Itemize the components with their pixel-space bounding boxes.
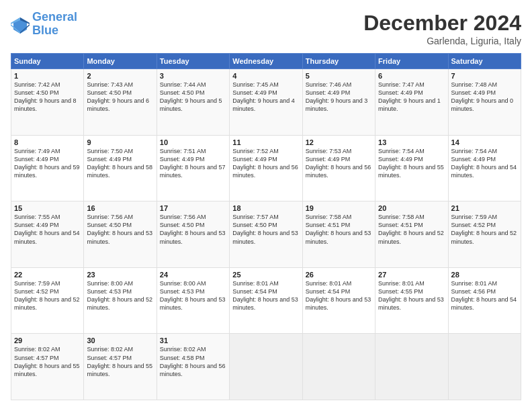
day-number: 3 (160, 72, 226, 80)
day-number: 9 (87, 138, 153, 146)
weekday-monday: Monday (84, 54, 157, 69)
calendar-cell: 8Sunrise: 7:49 AM Sunset: 4:49 PM Daylig… (11, 135, 84, 201)
day-content: Sunrise: 7:57 AM Sunset: 4:50 PM Dayligh… (232, 213, 299, 246)
weekday-tuesday: Tuesday (157, 54, 229, 69)
day-content: Sunrise: 7:58 AM Sunset: 4:51 PM Dayligh… (306, 213, 372, 246)
calendar-row-1: 1Sunrise: 7:42 AM Sunset: 4:50 PM Daylig… (11, 69, 521, 136)
calendar-cell: 20Sunrise: 7:58 AM Sunset: 4:51 PM Dayli… (375, 201, 448, 268)
day-content: Sunrise: 8:02 AM Sunset: 4:58 PM Dayligh… (160, 345, 226, 378)
calendar-cell (375, 334, 448, 400)
logo: General Blue (11, 11, 77, 38)
day-number: 26 (306, 271, 372, 279)
calendar-cell (448, 334, 521, 400)
day-number: 4 (232, 72, 299, 80)
day-content: Sunrise: 7:52 AM Sunset: 4:49 PM Dayligh… (232, 147, 299, 180)
logo-general: General (32, 10, 77, 24)
calendar-cell (302, 334, 375, 400)
day-content: Sunrise: 8:02 AM Sunset: 4:57 PM Dayligh… (14, 345, 81, 378)
day-content: Sunrise: 7:50 AM Sunset: 4:49 PM Dayligh… (87, 147, 153, 180)
day-number: 19 (306, 204, 372, 212)
calendar-cell: 15Sunrise: 7:55 AM Sunset: 4:49 PM Dayli… (11, 201, 84, 268)
day-content: Sunrise: 7:45 AM Sunset: 4:49 PM Dayligh… (232, 81, 299, 113)
calendar-row-4: 22Sunrise: 7:59 AM Sunset: 4:52 PM Dayli… (11, 267, 521, 334)
day-number: 20 (378, 204, 445, 212)
calendar-cell: 9Sunrise: 7:50 AM Sunset: 4:49 PM Daylig… (84, 135, 157, 201)
day-number: 6 (378, 72, 445, 80)
calendar-cell: 18Sunrise: 7:57 AM Sunset: 4:50 PM Dayli… (230, 201, 302, 268)
day-content: Sunrise: 8:01 AM Sunset: 4:54 PM Dayligh… (232, 279, 299, 312)
calendar-table: SundayMondayTuesdayWednesdayThursdayFrid… (11, 53, 521, 400)
day-content: Sunrise: 7:53 AM Sunset: 4:49 PM Dayligh… (306, 147, 372, 180)
logo-text: General Blue (32, 11, 77, 38)
header: General Blue December 2024 Garlenda, Lig… (11, 11, 521, 46)
calendar-cell: 19Sunrise: 7:58 AM Sunset: 4:51 PM Dayli… (302, 201, 375, 268)
day-content: Sunrise: 8:00 AM Sunset: 4:53 PM Dayligh… (87, 279, 153, 312)
calendar-cell: 17Sunrise: 7:56 AM Sunset: 4:50 PM Dayli… (157, 201, 229, 268)
weekday-friday: Friday (375, 54, 448, 69)
day-number: 22 (14, 271, 81, 279)
calendar-cell: 22Sunrise: 7:59 AM Sunset: 4:52 PM Dayli… (11, 267, 84, 334)
day-number: 17 (160, 204, 226, 212)
calendar-cell: 3Sunrise: 7:44 AM Sunset: 4:50 PM Daylig… (157, 69, 229, 136)
calendar-body: 1Sunrise: 7:42 AM Sunset: 4:50 PM Daylig… (11, 69, 521, 400)
day-content: Sunrise: 7:42 AM Sunset: 4:50 PM Dayligh… (14, 81, 81, 113)
calendar-cell: 27Sunrise: 8:01 AM Sunset: 4:55 PM Dayli… (375, 267, 448, 334)
calendar-cell: 1Sunrise: 7:42 AM Sunset: 4:50 PM Daylig… (11, 69, 84, 136)
day-content: Sunrise: 7:43 AM Sunset: 4:50 PM Dayligh… (87, 81, 153, 113)
calendar-cell: 2Sunrise: 7:43 AM Sunset: 4:50 PM Daylig… (84, 69, 157, 136)
day-number: 18 (232, 204, 299, 212)
calendar-cell: 11Sunrise: 7:52 AM Sunset: 4:49 PM Dayli… (230, 135, 302, 201)
day-content: Sunrise: 8:02 AM Sunset: 4:57 PM Dayligh… (87, 345, 153, 378)
day-number: 13 (378, 138, 445, 146)
day-number: 5 (306, 72, 372, 80)
calendar-row-2: 8Sunrise: 7:49 AM Sunset: 4:49 PM Daylig… (11, 135, 521, 201)
calendar-cell: 4Sunrise: 7:45 AM Sunset: 4:49 PM Daylig… (230, 69, 302, 136)
day-number: 21 (451, 204, 518, 212)
day-content: Sunrise: 7:51 AM Sunset: 4:49 PM Dayligh… (160, 147, 226, 180)
day-number: 2 (87, 72, 153, 80)
day-content: Sunrise: 7:54 AM Sunset: 4:49 PM Dayligh… (451, 147, 518, 180)
day-number: 15 (14, 204, 81, 212)
day-number: 14 (451, 138, 518, 146)
day-number: 7 (451, 72, 518, 80)
day-number: 29 (14, 336, 81, 345)
weekday-thursday: Thursday (302, 54, 375, 69)
day-content: Sunrise: 7:55 AM Sunset: 4:49 PM Dayligh… (14, 213, 81, 246)
calendar-cell: 26Sunrise: 8:01 AM Sunset: 4:54 PM Dayli… (302, 267, 375, 334)
day-number: 12 (306, 138, 372, 146)
calendar-cell: 30Sunrise: 8:02 AM Sunset: 4:57 PM Dayli… (84, 334, 157, 400)
calendar-cell: 6Sunrise: 7:47 AM Sunset: 4:49 PM Daylig… (375, 69, 448, 136)
day-number: 30 (87, 336, 153, 345)
calendar-cell: 16Sunrise: 7:56 AM Sunset: 4:50 PM Dayli… (84, 201, 157, 268)
day-number: 11 (232, 138, 299, 146)
day-content: Sunrise: 7:47 AM Sunset: 4:49 PM Dayligh… (378, 81, 445, 113)
calendar-cell: 10Sunrise: 7:51 AM Sunset: 4:49 PM Dayli… (157, 135, 229, 201)
month-title: December 2024 (363, 11, 521, 36)
calendar-cell: 5Sunrise: 7:46 AM Sunset: 4:49 PM Daylig… (302, 69, 375, 136)
day-number: 10 (160, 138, 226, 146)
day-number: 8 (14, 138, 81, 146)
logo-blue: Blue (32, 24, 58, 37)
day-number: 28 (451, 271, 518, 279)
day-content: Sunrise: 8:01 AM Sunset: 4:55 PM Dayligh… (378, 279, 445, 312)
calendar-cell: 21Sunrise: 7:59 AM Sunset: 4:52 PM Dayli… (448, 201, 521, 268)
day-content: Sunrise: 8:00 AM Sunset: 4:53 PM Dayligh… (160, 279, 226, 312)
day-content: Sunrise: 8:01 AM Sunset: 4:54 PM Dayligh… (306, 279, 372, 312)
calendar-cell: 24Sunrise: 8:00 AM Sunset: 4:53 PM Dayli… (157, 267, 229, 334)
calendar-header: SundayMondayTuesdayWednesdayThursdayFrid… (11, 54, 521, 69)
day-content: Sunrise: 7:54 AM Sunset: 4:49 PM Dayligh… (378, 147, 445, 180)
calendar-cell: 31Sunrise: 8:02 AM Sunset: 4:58 PM Dayli… (157, 334, 229, 400)
day-content: Sunrise: 8:01 AM Sunset: 4:56 PM Dayligh… (451, 279, 518, 312)
day-content: Sunrise: 7:56 AM Sunset: 4:50 PM Dayligh… (87, 213, 153, 246)
calendar-cell: 23Sunrise: 8:00 AM Sunset: 4:53 PM Dayli… (84, 267, 157, 334)
calendar-cell: 28Sunrise: 8:01 AM Sunset: 4:56 PM Dayli… (448, 267, 521, 334)
day-content: Sunrise: 7:48 AM Sunset: 4:49 PM Dayligh… (451, 81, 518, 113)
weekday-saturday: Saturday (448, 54, 521, 69)
location-subtitle: Garlenda, Liguria, Italy (363, 36, 521, 46)
day-content: Sunrise: 7:44 AM Sunset: 4:50 PM Dayligh… (160, 81, 226, 113)
calendar-cell: 12Sunrise: 7:53 AM Sunset: 4:49 PM Dayli… (302, 135, 375, 201)
weekday-wednesday: Wednesday (230, 54, 302, 69)
day-number: 23 (87, 271, 153, 279)
calendar-row-5: 29Sunrise: 8:02 AM Sunset: 4:57 PM Dayli… (11, 334, 521, 400)
calendar-row-3: 15Sunrise: 7:55 AM Sunset: 4:49 PM Dayli… (11, 201, 521, 268)
